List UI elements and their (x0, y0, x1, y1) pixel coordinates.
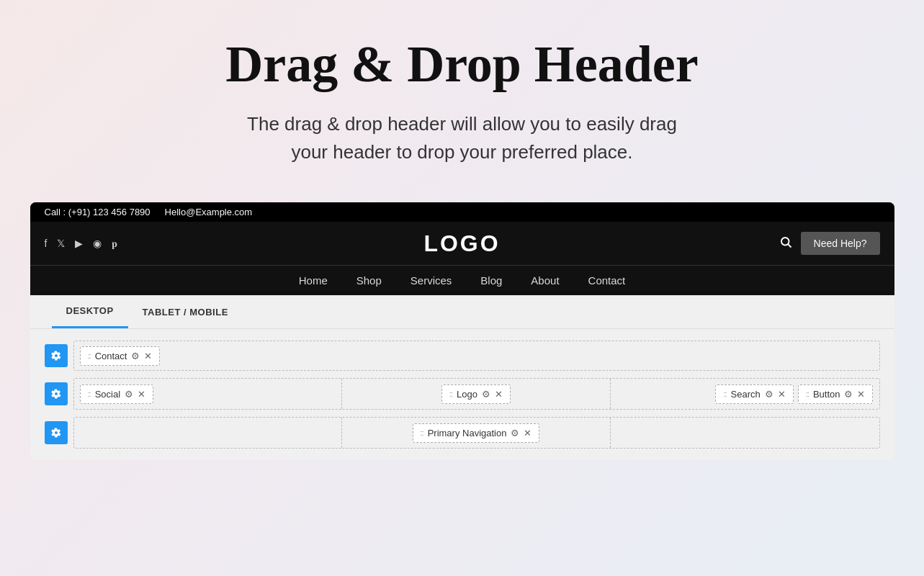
nav-blog[interactable]: Blog (480, 274, 502, 287)
hero-description: The drag & drop header will allow you to… (225, 110, 699, 166)
social-icons: f 𝕏 ▶ ◉ 𝐩 (45, 238, 118, 250)
primary-navigation-chip[interactable]: :: Primary Navigation ⚙ ✕ (413, 423, 540, 443)
drag-handle-icon: :: (723, 390, 726, 398)
row-3-content: :: Primary Navigation ⚙ ✕ (73, 417, 880, 449)
nav-services[interactable]: Services (411, 274, 452, 287)
col-left: :: Social ⚙ ✕ (74, 379, 343, 409)
drag-handle-icon: :: (88, 390, 91, 398)
col-center: :: Logo ⚙ ✕ (342, 379, 611, 409)
header-preview: Call : (+91) 123 456 7890 Hello@Example.… (30, 202, 894, 295)
social-chip[interactable]: :: Social ⚙ ✕ (80, 384, 154, 404)
header-search-button[interactable] (779, 235, 792, 252)
row-2-content: :: Social ⚙ ✕ :: Logo ⚙ ✕ (73, 378, 880, 410)
primary-nav-gear-icon[interactable]: ⚙ (511, 428, 519, 438)
email-text: Hello@Example.com (165, 207, 253, 217)
col-right-empty (611, 418, 879, 448)
phone-text: Call : (+91) 123 456 7890 (45, 207, 151, 217)
social-chip-label: Social (95, 389, 120, 400)
row-1-settings-button[interactable] (45, 344, 68, 367)
search-close-icon[interactable]: ✕ (778, 389, 786, 400)
drag-drop-area: :: Contact ⚙ ✕ :: Social ⚙ (30, 329, 894, 460)
logo-close-icon[interactable]: ✕ (495, 389, 503, 400)
header-main-right: Need Help? (779, 232, 880, 255)
svg-point-0 (781, 238, 789, 246)
page-title: Drag & Drop Header (225, 36, 699, 93)
twitter-icon[interactable]: 𝕏 (57, 238, 65, 249)
button-chip-label: Button (813, 389, 840, 400)
col-left-empty (74, 418, 343, 448)
row-social-logo-search: :: Social ⚙ ✕ :: Logo ⚙ ✕ (45, 378, 880, 410)
col-right: :: Search ⚙ ✕ :: Button ⚙ ✕ (611, 379, 879, 409)
header-nav: Home Shop Services Blog About Contact (30, 265, 894, 295)
tabs-section: DESKTOP TABLET / MOBILE (30, 295, 894, 329)
header-main: f 𝕏 ▶ ◉ 𝐩 LOGO Need Help? (30, 222, 894, 265)
search-chip-label: Search (731, 389, 761, 400)
col-center-nav: :: Primary Navigation ⚙ ✕ (342, 418, 611, 448)
need-help-button[interactable]: Need Help? (801, 232, 880, 255)
facebook-icon[interactable]: f (45, 238, 48, 249)
row-2-settings-button[interactable] (45, 382, 68, 405)
svg-line-1 (788, 244, 791, 247)
drag-handle-icon: :: (449, 390, 452, 398)
row-3-settings-button[interactable] (45, 421, 68, 444)
drag-handle-icon: :: (421, 428, 423, 437)
nav-contact[interactable]: Contact (588, 274, 626, 287)
search-gear-icon[interactable]: ⚙ (765, 389, 773, 400)
primary-navigation-chip-label: Primary Navigation (428, 428, 507, 438)
button-gear-icon[interactable]: ⚙ (844, 389, 853, 400)
logo-chip[interactable]: :: Logo ⚙ ✕ (441, 384, 511, 404)
contact-chip-label: Contact (95, 351, 127, 361)
drag-handle-icon: :: (88, 351, 91, 360)
logo-gear-icon[interactable]: ⚙ (482, 389, 490, 400)
row-1-content: :: Contact ⚙ ✕ (73, 341, 880, 371)
nav-about[interactable]: About (531, 274, 559, 287)
row-primary-nav: :: Primary Navigation ⚙ ✕ (45, 417, 880, 449)
social-gear-icon[interactable]: ⚙ (125, 389, 133, 400)
header-top-bar: Call : (+91) 123 456 7890 Hello@Example.… (30, 202, 894, 222)
nav-home[interactable]: Home (299, 274, 328, 287)
tab-tablet-mobile[interactable]: TABLET / MOBILE (128, 295, 243, 328)
button-close-icon[interactable]: ✕ (857, 389, 865, 400)
contact-chip[interactable]: :: Contact ⚙ ✕ (80, 346, 161, 366)
hero-section: Drag & Drop Header The drag & drop heade… (211, 0, 713, 195)
contact-close-icon[interactable]: ✕ (144, 351, 152, 361)
social-close-icon[interactable]: ✕ (138, 389, 145, 400)
primary-nav-close-icon[interactable]: ✕ (524, 428, 531, 438)
contact-gear-icon[interactable]: ⚙ (131, 351, 140, 361)
pinterest-icon[interactable]: 𝐩 (112, 238, 117, 250)
row-contact: :: Contact ⚙ ✕ (45, 341, 880, 371)
instagram-icon[interactable]: ◉ (93, 238, 102, 249)
header-preview-container: Call : (+91) 123 456 7890 Hello@Example.… (30, 202, 894, 460)
youtube-icon[interactable]: ▶ (75, 238, 83, 249)
tab-desktop[interactable]: DESKTOP (52, 295, 128, 328)
logo-chip-label: Logo (457, 389, 477, 400)
drag-handle-icon: :: (806, 390, 809, 398)
search-chip[interactable]: :: Search ⚙ ✕ (715, 384, 793, 404)
nav-shop[interactable]: Shop (356, 274, 382, 287)
logo: LOGO (423, 230, 500, 257)
button-chip[interactable]: :: Button ⚙ ✕ (798, 384, 874, 404)
